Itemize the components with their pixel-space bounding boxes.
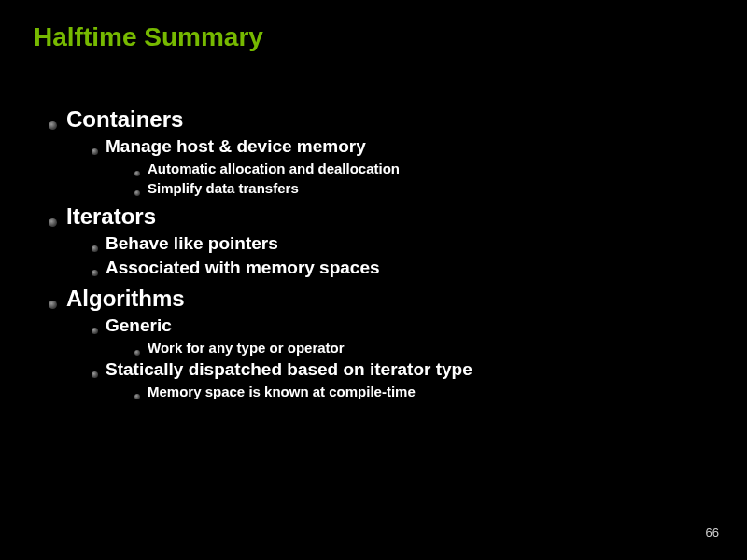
list-subitem: Work for any type or operator — [134, 340, 713, 356]
list-subitem-text: Simplify data transfers — [148, 180, 299, 196]
bullet-icon — [92, 328, 98, 334]
bullet-icon — [92, 245, 98, 252]
section-heading: Containers — [49, 106, 713, 133]
list-subitem-text: Automatic allocation and deallocation — [148, 161, 400, 176]
list-item-text: Behave like pointers — [106, 233, 278, 254]
list-item: Associated with memory spaces — [92, 258, 713, 278]
list-item-text: Generic — [106, 315, 172, 336]
list-subitem-text: Memory space is known at compile-time — [148, 384, 416, 399]
bullet-icon — [92, 371, 98, 378]
section-heading-text: Iterators — [66, 203, 156, 230]
page-number: 66 — [706, 525, 719, 539]
list-item: Generic — [92, 315, 713, 336]
bullet-icon — [134, 171, 140, 176]
list-item: Behave like pointers — [92, 233, 713, 254]
bullet-icon — [92, 148, 98, 155]
section-heading-text: Containers — [66, 106, 183, 133]
list-subitem: Memory space is known at compile-time — [134, 384, 713, 399]
list-item: Manage host & device memory — [92, 136, 713, 157]
bullet-icon — [134, 190, 140, 196]
slide-title: Halftime Summary — [34, 22, 713, 52]
list-item-text: Associated with memory spaces — [106, 258, 380, 278]
list-subitem: Simplify data transfers — [134, 180, 713, 196]
bullet-icon — [49, 218, 57, 227]
section-heading-text: Algorithms — [66, 286, 185, 312]
slide: Halftime Summary Containers Manage host … — [0, 0, 747, 399]
bullet-icon — [49, 301, 57, 309]
list-item-text: Statically dispatched based on iterator … — [106, 359, 472, 380]
list-item: Statically dispatched based on iterator … — [92, 359, 713, 380]
list-subitem-text: Work for any type or operator — [148, 340, 345, 356]
bullet-icon — [92, 270, 98, 276]
bullet-icon — [134, 394, 140, 399]
list-item-text: Manage host & device memory — [106, 136, 366, 157]
bullet-icon — [134, 350, 140, 356]
bullet-icon — [49, 121, 57, 130]
section-heading: Algorithms — [49, 286, 713, 312]
section-heading: Iterators — [49, 203, 713, 230]
list-subitem: Automatic allocation and deallocation — [134, 161, 713, 176]
